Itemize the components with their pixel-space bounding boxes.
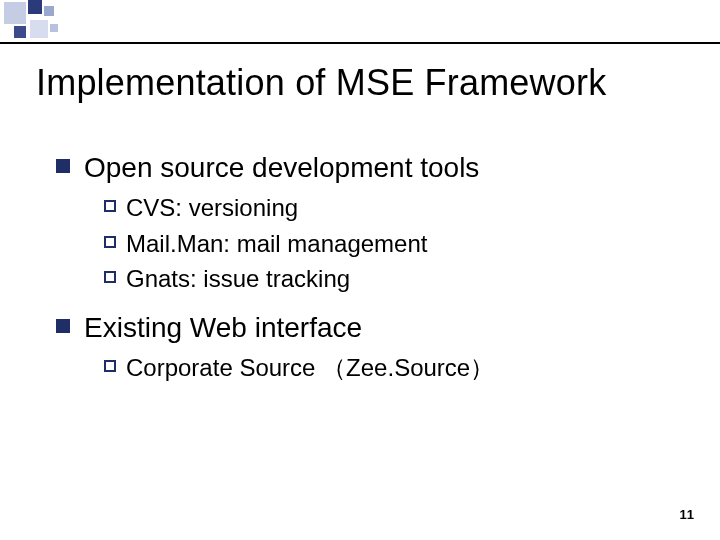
bullet-level2: Mail.Man: mail management [104, 228, 680, 260]
page-number: 11 [680, 507, 694, 522]
bullet-level2-text: CVS: versioning [126, 192, 298, 224]
bullet-level2-text: Mail.Man: mail management [126, 228, 427, 260]
square-bullet-icon [56, 319, 70, 333]
bullet-level2: Corporate Source （Zee.Source） [104, 352, 680, 384]
square-bullet-icon [56, 159, 70, 173]
bullet-level2: CVS: versioning [104, 192, 680, 224]
slide-body: Open source development tools CVS: versi… [56, 140, 680, 398]
bullet-level2-text: Gnats: issue tracking [126, 263, 350, 295]
hollow-square-bullet-icon [104, 236, 116, 248]
bullet-level1-text: Existing Web interface [84, 310, 362, 346]
bullet-level1: Open source development tools [56, 150, 680, 186]
slide-title: Implementation of MSE Framework [36, 62, 690, 104]
hollow-square-bullet-icon [104, 200, 116, 212]
corner-decoration [0, 0, 150, 40]
hollow-square-bullet-icon [104, 360, 116, 372]
hollow-square-bullet-icon [104, 271, 116, 283]
header-divider [0, 42, 720, 44]
bullet-level2-text: Corporate Source （Zee.Source） [126, 352, 494, 384]
bullet-level1: Existing Web interface [56, 310, 680, 346]
bullet-level1-text: Open source development tools [84, 150, 479, 186]
bullet-level2: Gnats: issue tracking [104, 263, 680, 295]
